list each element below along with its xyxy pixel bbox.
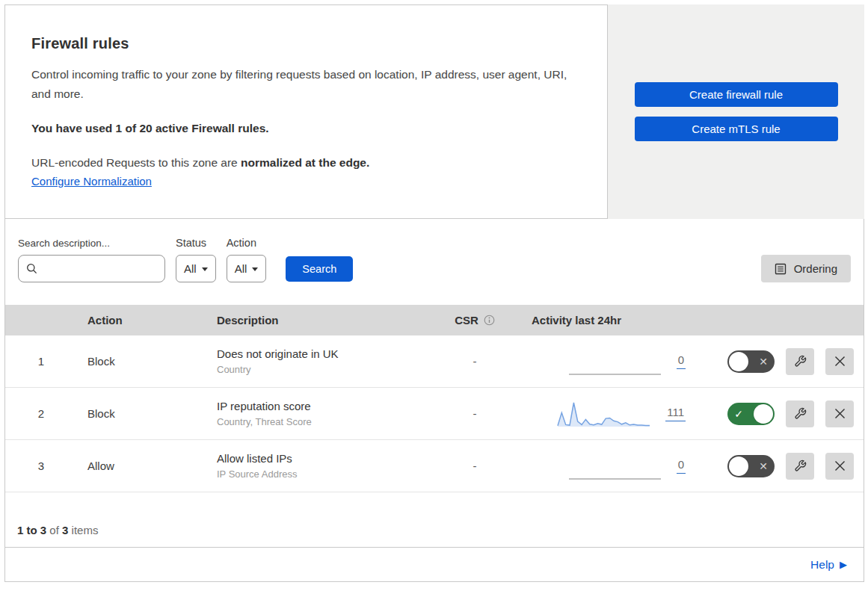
rule-activity-cell: 111 [520, 399, 698, 429]
status-select-value: All [184, 262, 197, 275]
close-icon [834, 407, 846, 420]
search-button[interactable]: Search [286, 256, 353, 282]
rule-priority: 1 [38, 355, 44, 368]
pagination-items: items [72, 524, 99, 536]
rule-enabled-toggle[interactable]: ✓ [727, 403, 775, 425]
pagination-total: 3 [62, 524, 68, 536]
create-mtls-rule-button[interactable]: Create mTLS rule [635, 117, 838, 141]
wrench-icon [794, 355, 807, 368]
status-select[interactable]: All [176, 255, 216, 282]
edit-rule-button[interactable] [786, 453, 814, 480]
search-input-wrapper [18, 255, 165, 282]
rule-activity-cell: 0 [520, 347, 698, 377]
activity-sparkline [568, 451, 662, 481]
normalization-text: URL-encoded Requests to this zone are [31, 156, 241, 169]
list-icon [775, 263, 787, 275]
rule-controls: ✕ [698, 453, 864, 480]
rule-description-cell: Allow listed IPs IP Source Address [206, 452, 430, 480]
ordering-button-label: Ordering [794, 262, 837, 275]
rule-enabled-toggle[interactable]: ✕ [727, 455, 775, 477]
column-csr-label: CSR [455, 314, 478, 327]
action-select-value: All [235, 262, 247, 275]
action-select[interactable]: All [227, 255, 267, 282]
rule-action: Allow [77, 460, 206, 472]
pagination-range: 1 to 3 [17, 524, 46, 536]
header-section: Firewall rules Control incoming traffic … [4, 4, 864, 219]
rule-description-cell: IP reputation score Country, Threat Scor… [206, 400, 430, 427]
help-link[interactable]: Help ▶ [810, 558, 847, 572]
rules-list-card: Search description... Status All Action [4, 218, 864, 548]
table-row: 3 Allow Allow listed IPs IP Source Addre… [5, 440, 864, 492]
normalization-bold: normalized at the edge. [241, 156, 369, 169]
ordering-button[interactable]: Ordering [761, 255, 851, 282]
filter-bar: Search description... Status All Action [5, 219, 864, 305]
search-icon [26, 263, 37, 274]
column-csr: CSR [455, 314, 495, 327]
pagination-of: of [49, 524, 59, 536]
action-label: Action [227, 237, 267, 249]
rule-controls: ✕ [698, 348, 864, 375]
wrench-icon [794, 407, 807, 420]
action-filter-group: Action All [227, 237, 267, 282]
search-group: Search description... [18, 238, 165, 282]
rule-description-cell: Does not originate in UK Country [206, 347, 430, 375]
configure-normalization-link[interactable]: Configure Normalization [31, 175, 152, 188]
table-row: 2 Block IP reputation score Country, Thr… [5, 388, 864, 440]
table-header: Action Description CSR Activity last 24h… [5, 305, 864, 335]
rule-enabled-toggle[interactable]: ✕ [727, 350, 775, 373]
edit-rule-button[interactable] [786, 400, 814, 427]
arrow-right-icon: ▶ [840, 559, 847, 570]
status-filter-group: Status All [176, 237, 216, 282]
rule-action: Block [77, 407, 206, 420]
help-link-label: Help [810, 558, 834, 572]
wrench-icon [794, 460, 807, 472]
page-description: Control incoming traffic to your zone by… [31, 65, 570, 104]
edit-rule-button[interactable] [786, 348, 814, 375]
rule-priority: 3 [38, 460, 44, 472]
column-action: Action [77, 314, 206, 327]
activity-sparkline [568, 347, 662, 377]
status-label: Status [176, 237, 216, 249]
search-label: Search description... [18, 238, 165, 249]
help-bar: Help ▶ [4, 547, 864, 582]
rule-description: IP reputation score [217, 400, 430, 412]
rule-csr-value: - [473, 460, 477, 472]
rule-description: Allow listed IPs [217, 452, 430, 465]
rule-action: Block [77, 355, 206, 368]
delete-rule-button[interactable] [825, 453, 854, 480]
column-description: Description [206, 314, 430, 327]
rule-activity-cell: 0 [520, 451, 698, 481]
activity-count-link[interactable]: 0 [677, 353, 686, 369]
rule-criteria: Country, Threat Score [217, 416, 430, 427]
page-title: Firewall rules [31, 35, 577, 52]
chevron-down-icon [202, 267, 208, 271]
rule-description: Does not originate in UK [217, 347, 430, 360]
create-firewall-rule-button[interactable]: Create firewall rule [635, 82, 838, 107]
table-row: 1 Block Does not originate in UK Country… [5, 335, 864, 388]
search-input[interactable] [43, 263, 179, 275]
rule-csr-value: - [473, 407, 477, 420]
actions-panel: Create firewall rule Create mTLS rule [608, 4, 864, 219]
close-icon [834, 460, 846, 472]
chevron-down-icon [252, 267, 258, 271]
delete-rule-button[interactable] [825, 348, 854, 375]
rule-csr-value: - [473, 355, 477, 368]
delete-rule-button[interactable] [825, 400, 854, 427]
activity-sparkline [557, 399, 650, 429]
rule-priority: 2 [38, 407, 44, 420]
column-activity: Activity last 24hr [520, 314, 698, 327]
pagination-summary: 1 to 3 of 3 items [5, 492, 864, 547]
rule-criteria: IP Source Address [217, 468, 430, 480]
rule-criteria: Country [217, 364, 430, 375]
activity-count-link[interactable]: 111 [665, 406, 686, 421]
activity-count-link[interactable]: 0 [677, 458, 686, 474]
firewall-rules-page: Firewall rules Control incoming traffic … [4, 4, 864, 582]
close-icon [834, 355, 846, 368]
rule-controls: ✓ [698, 400, 864, 427]
intro-card: Firewall rules Control incoming traffic … [4, 4, 608, 219]
usage-summary: You have used 1 of 20 active Firewall ru… [31, 122, 577, 135]
info-icon[interactable] [484, 315, 495, 326]
normalization-note: URL-encoded Requests to this zone are no… [31, 156, 577, 170]
